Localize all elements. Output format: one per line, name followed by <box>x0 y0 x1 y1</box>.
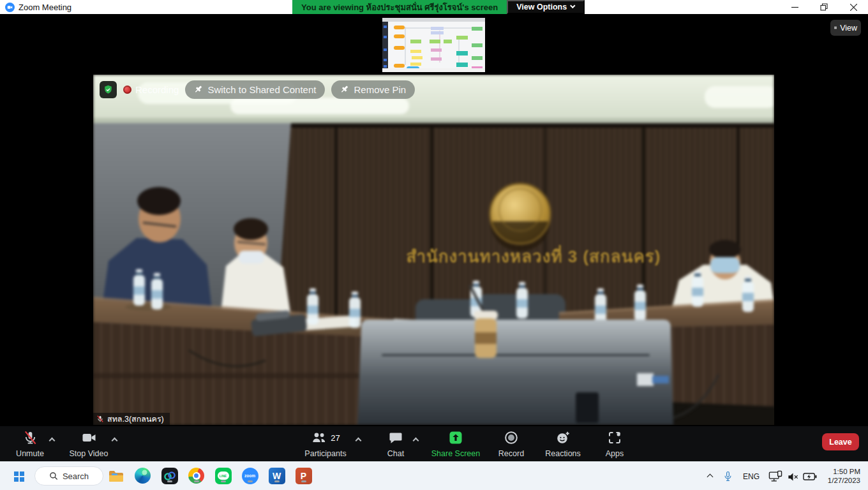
stop-video-button[interactable]: Stop Video <box>64 430 114 458</box>
shield-check-icon <box>103 84 114 95</box>
tray-date: 1/27/2023 <box>828 476 860 485</box>
grid-view-icon <box>834 24 837 32</box>
leave-button[interactable]: Leave <box>822 433 859 450</box>
chevron-up-icon <box>413 438 419 444</box>
speaker-muted-icon <box>787 471 799 482</box>
battery-icon <box>803 472 817 481</box>
chat-bubble-icon <box>388 430 403 445</box>
taskbar-search[interactable]: Search <box>34 466 103 486</box>
video-options-chevron[interactable] <box>111 434 118 446</box>
pin-icon <box>340 85 349 94</box>
running-indicator <box>221 480 226 482</box>
close-button[interactable] <box>839 0 868 14</box>
taskbar-webex-icon[interactable] <box>161 467 178 484</box>
view-options-button[interactable]: View Options <box>507 0 585 14</box>
window-controls <box>780 0 868 14</box>
switch-to-shared-content-button[interactable]: Switch to Shared Content <box>185 80 325 99</box>
taskbar-word-icon[interactable]: W <box>268 467 285 484</box>
window-title: Zoom Meeting <box>19 3 71 12</box>
tray-clock[interactable]: 1:50 PM 1/27/2023 <box>819 467 860 485</box>
microphone-icon <box>723 471 733 482</box>
running-indicator <box>301 480 306 482</box>
folder-icon <box>108 468 124 484</box>
taskbar-powerpoint-icon[interactable]: P <box>295 467 312 484</box>
tray-microphone-in-use[interactable] <box>721 469 734 484</box>
participants-icon <box>311 430 327 445</box>
unmute-button[interactable]: Unmute <box>9 430 51 458</box>
smiley-plus-icon <box>555 430 571 445</box>
participant-name-tag: สทล.3(สกลนคร) <box>93 413 170 425</box>
chevron-up-icon <box>49 438 56 444</box>
recording-dot-icon <box>123 85 131 94</box>
tray-show-hidden-icons[interactable] <box>703 471 716 482</box>
running-indicator <box>274 480 280 482</box>
taskbar-zoom-icon[interactable]: zoom <box>241 467 258 484</box>
participants-count: 27 <box>331 433 340 443</box>
taskbar-edge-icon[interactable] <box>134 467 151 484</box>
running-indicator <box>167 480 172 482</box>
taskbar-chrome-icon[interactable] <box>188 467 205 484</box>
restore-button[interactable] <box>809 0 839 14</box>
flowchart-preview <box>382 18 485 72</box>
taskbar-line-icon[interactable]: LINE <box>214 467 232 484</box>
meeting-controls-toolbar: Unmute Stop Video 27 Participants Chat <box>0 426 868 461</box>
chevron-up-icon <box>355 438 362 444</box>
taskbar-file-explorer-icon[interactable] <box>107 467 124 484</box>
edge-browser-icon <box>135 468 151 484</box>
pin-icon <box>194 85 203 94</box>
tray-language-indicator[interactable]: ENG <box>740 471 762 482</box>
chat-options-chevron[interactable] <box>412 434 419 446</box>
viewing-banner-text: You are viewing ห้องประชุมสนั่น ศรีรุ่งโ… <box>292 0 507 14</box>
reactions-button[interactable]: Reactions <box>539 430 587 458</box>
windows-taskbar: Search LINE zoom W <box>0 461 868 490</box>
chevron-up-icon <box>112 438 118 444</box>
tray-battery-charging[interactable] <box>802 470 818 483</box>
apps-icon <box>607 430 622 445</box>
running-indicator <box>194 480 199 482</box>
share-screen-button[interactable]: Share Screen <box>428 430 484 458</box>
recording-label: Recording <box>135 84 179 95</box>
zoom-app-icon <box>5 3 15 12</box>
apps-button[interactable]: Apps <box>595 430 634 458</box>
pinned-video-feed[interactable]: สำนักงานทางหลวงที่ 3 (สกลนคร) Recording … <box>93 75 774 425</box>
start-button[interactable] <box>10 468 28 486</box>
tray-volume-muted[interactable] <box>785 470 800 484</box>
windows-logo-icon <box>14 471 24 482</box>
wall-sign-text: สำนักงานทางหลวงที่ 3 (สกลนคร) <box>368 243 700 269</box>
record-icon <box>504 430 519 445</box>
meeting-stage: View <box>0 14 868 426</box>
record-button[interactable]: Record <box>491 430 531 458</box>
chevron-down-icon <box>570 3 575 8</box>
participant-name: สทล.3(สกลนคร) <box>107 413 164 426</box>
audio-options-chevron[interactable] <box>49 434 56 446</box>
participants-options-chevron[interactable] <box>355 434 362 446</box>
share-screen-icon <box>448 430 463 445</box>
window-title-group: Zoom Meeting <box>5 0 71 14</box>
chat-button[interactable]: Chat <box>378 430 414 458</box>
remove-pin-button[interactable]: Remove Pin <box>331 80 415 99</box>
muted-mic-icon <box>23 430 38 445</box>
muted-mic-icon <box>96 415 104 423</box>
recording-indicator: Recording <box>123 84 179 95</box>
view-layout-button[interactable]: View <box>830 20 861 36</box>
chevron-up-icon <box>707 473 713 480</box>
title-bar: Zoom Meeting You are viewing ห้องประชุมส… <box>0 0 868 14</box>
participants-button[interactable]: 27 Participants <box>295 430 356 458</box>
running-indicator <box>248 480 253 482</box>
search-icon <box>49 471 58 480</box>
video-overlay-controls: Recording Switch to Shared Content Remov… <box>100 80 415 99</box>
security-shield-badge[interactable] <box>100 81 117 98</box>
tray-cast-display-icon[interactable] <box>767 469 784 484</box>
tray-time: 1:50 PM <box>833 467 860 476</box>
shared-content-thumbnail[interactable] <box>382 18 485 72</box>
minimize-button[interactable] <box>780 0 809 14</box>
screen-share-banner: You are viewing ห้องประชุมสนั่น ศรีรุ่งโ… <box>292 0 585 14</box>
display-icon <box>768 470 782 483</box>
video-camera-icon <box>81 430 97 445</box>
